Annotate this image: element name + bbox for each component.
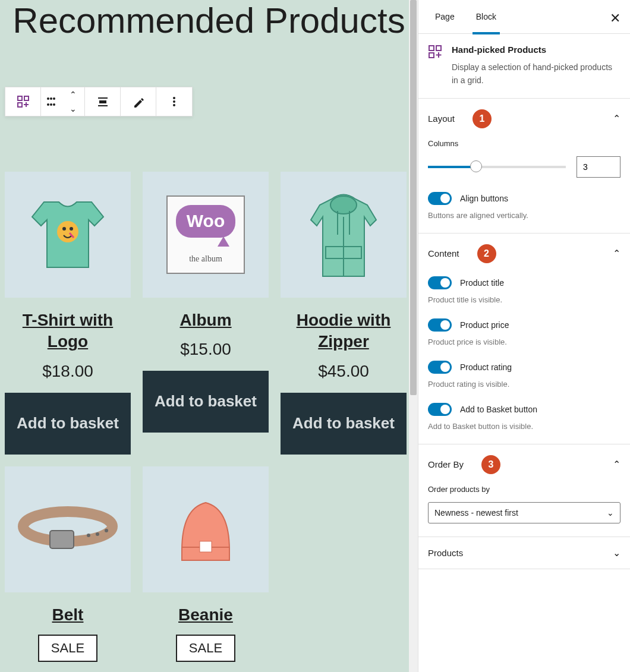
product-price-toggle[interactable] bbox=[428, 318, 452, 332]
block-name: Hand-picked Products bbox=[452, 45, 620, 55]
svg-point-4 bbox=[47, 103, 49, 106]
toggle-help: Product title is visible. bbox=[428, 295, 620, 304]
belt-icon bbox=[17, 500, 118, 559]
tab-page[interactable]: Page bbox=[428, 0, 462, 34]
product-title[interactable]: Hoodie with Zipper bbox=[281, 310, 407, 353]
block-description: Display a selection of hand-picked produ… bbox=[452, 61, 620, 87]
product-title[interactable]: Beanie bbox=[143, 604, 269, 626]
product-price: $45.00 bbox=[281, 362, 407, 381]
product-image[interactable] bbox=[5, 172, 131, 298]
svg-rect-10 bbox=[99, 100, 106, 103]
panel-orderby-header[interactable]: Order By 3 ⌃ bbox=[418, 444, 630, 485]
block-info-text: Hand-picked Products Display a selection… bbox=[452, 45, 620, 87]
product-title[interactable]: Belt bbox=[5, 604, 131, 626]
product-image[interactable] bbox=[5, 466, 131, 592]
annotation-badge: 2 bbox=[477, 244, 496, 263]
chevron-up-icon: ⌃ bbox=[613, 113, 620, 124]
toggle-product-rating: Product rating bbox=[428, 361, 620, 374]
columns-label: Columns bbox=[428, 139, 620, 148]
product-image[interactable] bbox=[143, 466, 269, 592]
tab-block[interactable]: Block bbox=[469, 0, 503, 34]
align-button[interactable] bbox=[85, 87, 121, 116]
slider-thumb[interactable] bbox=[470, 160, 482, 172]
panel-products-header[interactable]: Products ⌄ bbox=[418, 537, 630, 569]
move-down-button[interactable]: ⌄ bbox=[61, 102, 84, 116]
product-rating-toggle[interactable] bbox=[428, 361, 452, 374]
columns-slider-row bbox=[428, 156, 620, 178]
toggle-help: Add to Basket button is visible. bbox=[428, 422, 620, 431]
edit-button[interactable] bbox=[121, 87, 156, 116]
svg-rect-35 bbox=[436, 46, 441, 51]
panel-title: Order By bbox=[428, 459, 464, 469]
add-to-basket-toggle[interactable] bbox=[428, 403, 452, 416]
svg-text:Woo: Woo bbox=[187, 211, 225, 231]
annotation-badge: 3 bbox=[481, 455, 500, 474]
align-icon bbox=[96, 95, 109, 108]
products-grid: T-Shirt with Logo $18.00 Add to basket W… bbox=[0, 41, 418, 672]
product-title-toggle[interactable] bbox=[428, 276, 452, 289]
chevron-up-icon: ⌃ bbox=[613, 459, 620, 470]
toggle-help: Product rating is visible. bbox=[428, 380, 620, 389]
svg-rect-33 bbox=[200, 541, 212, 552]
move-up-button[interactable]: ⌃ bbox=[61, 87, 84, 102]
panel-layout-header[interactable]: Layout 1 ⌃ bbox=[418, 99, 630, 139]
scrollbar-track bbox=[409, 0, 418, 672]
panel-content-body: Product title Product title is visible. … bbox=[418, 276, 630, 444]
svg-point-5 bbox=[53, 97, 55, 100]
svg-point-17 bbox=[70, 227, 73, 231]
sale-badge: SALE bbox=[176, 635, 235, 662]
orderby-select[interactable]: Newness - newest first ⌄ bbox=[428, 502, 620, 523]
panel-title: Content bbox=[428, 248, 459, 258]
product-title[interactable]: Album bbox=[143, 310, 269, 331]
svg-rect-2 bbox=[18, 103, 22, 107]
more-vertical-icon bbox=[168, 96, 180, 108]
toggle-add-to-basket: Add to Basket button bbox=[428, 403, 620, 416]
close-icon: ✕ bbox=[610, 11, 620, 26]
toggle-product-title: Product title bbox=[428, 276, 620, 289]
product-card: Woothe album Album $15.00 Add to basket bbox=[143, 172, 269, 455]
toggle-label: Product price bbox=[460, 320, 509, 330]
settings-sidebar: Page Block ✕ Hand-picked Products Displa… bbox=[418, 0, 630, 672]
block-toolbar: ⌃ ⌄ bbox=[5, 87, 193, 116]
columns-input[interactable] bbox=[577, 156, 620, 178]
svg-point-31 bbox=[105, 529, 108, 532]
add-to-basket-button[interactable]: Add to basket bbox=[281, 393, 407, 455]
align-buttons-row: Align buttons bbox=[428, 192, 620, 205]
add-to-basket-button[interactable]: Add to basket bbox=[5, 393, 131, 455]
close-sidebar-button[interactable]: ✕ bbox=[610, 11, 620, 26]
sale-badge: SALE bbox=[38, 635, 97, 662]
columns-slider[interactable] bbox=[428, 166, 566, 168]
drag-handle-button[interactable] bbox=[41, 87, 61, 116]
product-price: $15.00 bbox=[143, 340, 269, 359]
product-image[interactable]: Woothe album bbox=[143, 172, 269, 298]
chevron-down-icon: ⌄ bbox=[613, 547, 620, 559]
panel-layout-body: Columns Align buttons Buttons are aligne… bbox=[418, 139, 630, 233]
beanie-icon bbox=[170, 491, 241, 568]
svg-point-14 bbox=[173, 104, 175, 106]
svg-rect-0 bbox=[18, 96, 22, 100]
block-info: Hand-picked Products Display a selection… bbox=[418, 34, 630, 99]
more-options-button[interactable] bbox=[156, 87, 192, 116]
scrollbar-thumb[interactable] bbox=[410, 0, 417, 395]
product-image[interactable] bbox=[281, 172, 407, 298]
svg-point-12 bbox=[173, 97, 175, 99]
add-to-basket-button[interactable]: Add to basket bbox=[143, 371, 269, 433]
svg-point-15 bbox=[57, 221, 78, 242]
block-type-button[interactable] bbox=[5, 87, 41, 116]
align-buttons-toggle[interactable] bbox=[428, 192, 452, 205]
panel-orderby: Order By 3 ⌃ Order products by Newness -… bbox=[418, 444, 630, 537]
panel-title: Products bbox=[428, 548, 463, 558]
annotation-badge: 1 bbox=[472, 109, 492, 128]
drag-icon bbox=[45, 96, 57, 108]
svg-point-3 bbox=[47, 97, 49, 100]
block-mover: ⌃ ⌄ bbox=[61, 87, 85, 116]
product-price: $18.00 bbox=[5, 362, 131, 381]
panel-content-header[interactable]: Content 2 ⌃ bbox=[418, 234, 630, 274]
toggle-product-price: Product price bbox=[428, 318, 620, 332]
svg-rect-34 bbox=[429, 46, 434, 51]
svg-rect-28 bbox=[50, 531, 74, 548]
align-buttons-label: Align buttons bbox=[460, 194, 508, 203]
product-title[interactable]: T-Shirt with Logo bbox=[5, 310, 131, 353]
svg-point-6 bbox=[53, 103, 55, 106]
page-title[interactable]: Recommended Products bbox=[0, 0, 418, 41]
